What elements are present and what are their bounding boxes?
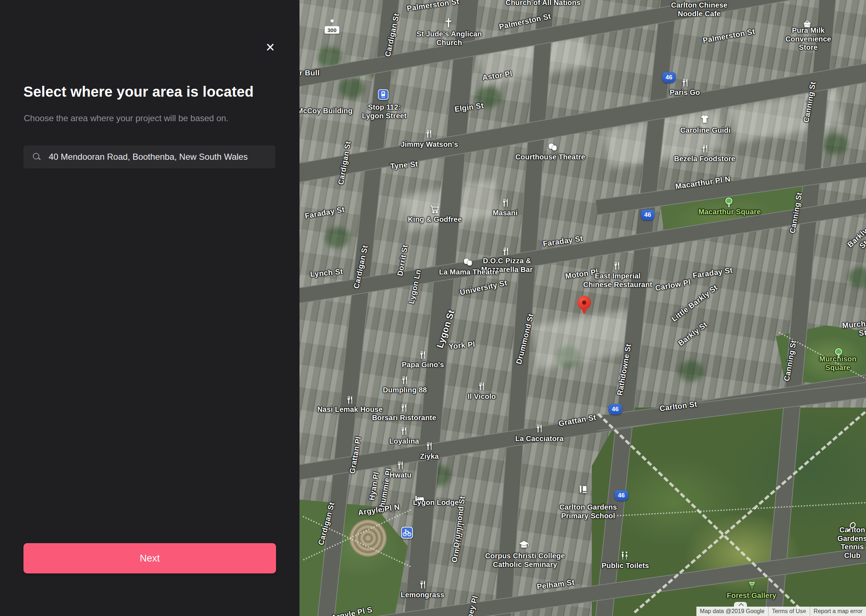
plaza-circle <box>349 519 387 557</box>
search-input[interactable] <box>48 151 269 162</box>
trees <box>679 361 704 382</box>
map-attribution: Map data @2019 Google Terms of Use Repor… <box>696 607 866 616</box>
address-search-box[interactable] <box>24 145 275 168</box>
location-dialog-panel: × Select where your area is located Choo… <box>0 0 299 616</box>
page-title: Select where your area is located <box>24 84 283 100</box>
trees <box>339 77 364 99</box>
report-map-error-link[interactable]: Report a map error <box>810 607 866 616</box>
search-icon <box>33 153 41 161</box>
terms-of-use-link[interactable]: Terms of Use <box>768 607 810 616</box>
trees <box>823 134 848 154</box>
close-icon[interactable]: × <box>262 39 279 55</box>
trees <box>476 86 502 107</box>
page-subtitle: Choose the area where your project will … <box>24 113 283 123</box>
map-data-credit: Map data @2019 Google <box>696 607 768 616</box>
trees <box>325 227 350 248</box>
next-button[interactable]: Next <box>24 543 276 574</box>
